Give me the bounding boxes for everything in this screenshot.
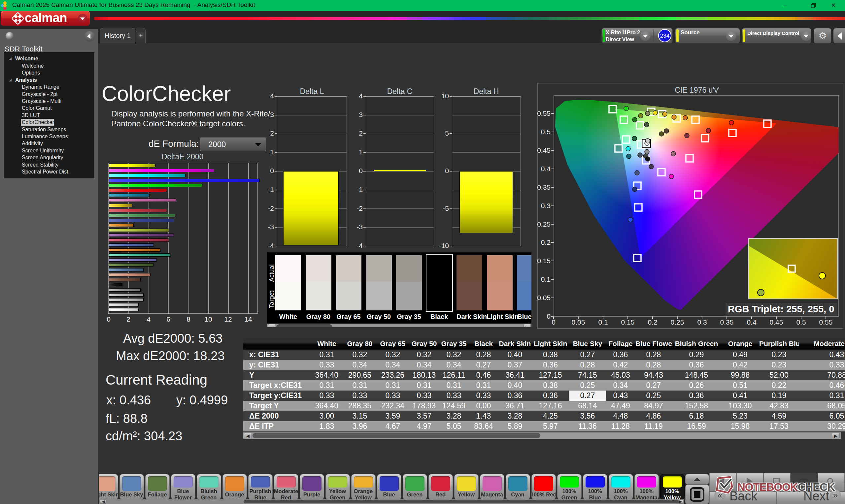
svg-text:0.5: 0.5	[796, 318, 806, 326]
svg-text:0.55: 0.55	[819, 318, 833, 326]
svg-text:0.35: 0.35	[537, 183, 550, 191]
svg-text:0.25: 0.25	[537, 220, 550, 228]
svg-text:0: 0	[551, 318, 556, 326]
svg-text:0.15: 0.15	[537, 257, 550, 265]
svg-text:0.1: 0.1	[598, 318, 608, 326]
svg-text:RGB Triplet: 255, 255, 0: RGB Triplet: 255, 255, 0	[728, 304, 834, 314]
svg-text:0.4: 0.4	[541, 165, 551, 173]
svg-text:0.05: 0.05	[572, 318, 585, 326]
svg-text:CIE 1976 u'v': CIE 1976 u'v'	[675, 86, 719, 94]
svg-text:0.4: 0.4	[746, 318, 757, 326]
svg-text:0.45: 0.45	[537, 146, 550, 154]
svg-text:0.3: 0.3	[541, 202, 550, 210]
svg-text:0.15: 0.15	[621, 318, 635, 326]
svg-text:0.25: 0.25	[671, 318, 684, 326]
svg-text:0: 0	[547, 312, 550, 320]
svg-text:0.45: 0.45	[770, 318, 783, 326]
svg-text:0.1: 0.1	[541, 275, 550, 283]
svg-text:0.2: 0.2	[541, 238, 550, 246]
svg-text:0.5: 0.5	[541, 128, 550, 136]
svg-text:0.2: 0.2	[648, 318, 657, 326]
svg-text:0.55: 0.55	[537, 109, 550, 117]
svg-text:0.3: 0.3	[697, 318, 707, 326]
svg-text:0.05: 0.05	[537, 294, 550, 302]
svg-text:0.35: 0.35	[720, 318, 734, 326]
